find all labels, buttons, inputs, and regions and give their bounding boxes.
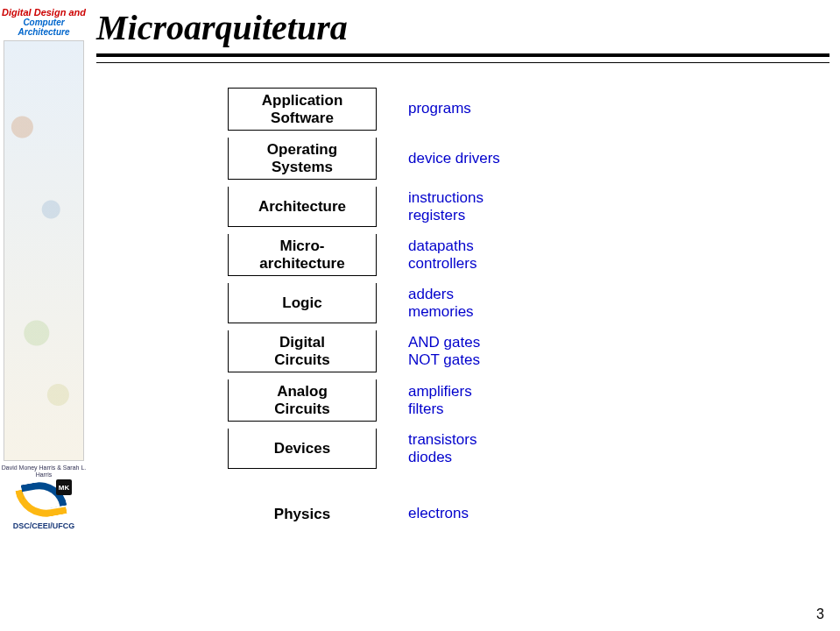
layer-description: AND gatesNOT gates [408, 334, 480, 370]
page-title: Microarquitetura [96, 7, 829, 48]
institution-footer: DSC/CEEI/UFCG [13, 521, 75, 530]
abstraction-layers-diagram: ApplicationSoftwareprogramsOperatingSyst… [228, 88, 648, 541]
title-underline [96, 53, 829, 57]
layer-description: addersmemories [408, 286, 474, 322]
layer-description: amplifiersfilters [408, 383, 472, 419]
layer-box: Micro-architecture [228, 234, 377, 276]
layer-description: transistorsdiodes [408, 431, 476, 467]
publisher-logo: MK DSC/CEEI/UFCG [4, 481, 84, 530]
page-number: 3 [816, 606, 824, 622]
layer-box: AnalogCircuits [228, 379, 377, 422]
layer-box: Devices [228, 429, 377, 469]
sidebar: Digital Design and Computer Architecture… [0, 7, 88, 620]
layer-box: Architecture [228, 187, 377, 227]
slide-content: Microarquitetura [96, 7, 829, 57]
book-cover-image [4, 40, 84, 461]
layer-description: programs [408, 100, 471, 117]
layer-box: Logic [228, 283, 377, 323]
book-authors: David Money Harris & Sarah L. Harris [0, 464, 88, 478]
layer-description: datapathscontrollers [408, 238, 476, 273]
layer-box: Physics [228, 493, 377, 534]
layer-box: ApplicationSoftware [228, 88, 377, 131]
mk-badge: MK [56, 479, 72, 495]
layer-box: OperatingSystems [228, 138, 377, 180]
layer-row: Devicestransistorsdiodes [228, 429, 648, 469]
layer-row: DigitalCircuitsAND gatesNOT gates [228, 330, 648, 372]
layer-box: DigitalCircuits [228, 330, 377, 372]
layer-row: Architectureinstructionsregisters [228, 187, 648, 227]
layer-row: Physicselectrons [228, 493, 648, 534]
book-title-line2: Computer Architecture [2, 18, 86, 37]
layer-row: Logicaddersmemories [228, 283, 648, 323]
layer-description: device drivers [408, 150, 500, 167]
layer-description: electrons [408, 505, 469, 522]
swoosh-icon: MK [18, 481, 70, 520]
book-title-line1: Digital Design and [2, 7, 86, 18]
layer-row: Micro-architecturedatapathscontrollers [228, 234, 648, 276]
layer-description: instructionsregisters [408, 189, 484, 225]
layer-row: ApplicationSoftwareprograms [228, 88, 648, 131]
book-title: Digital Design and Computer Architecture [2, 7, 86, 37]
layer-row: AnalogCircuitsamplifiersfilters [228, 379, 648, 422]
layer-row: OperatingSystemsdevice drivers [228, 138, 648, 180]
